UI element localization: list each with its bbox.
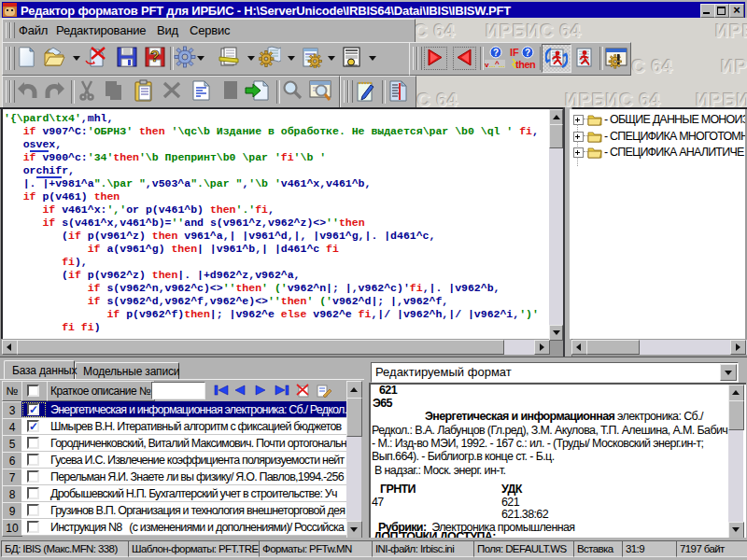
svg-text:?: ? (150, 49, 160, 64)
svg-text:then: then (515, 59, 536, 70)
svg-text:?: ? (493, 48, 499, 58)
svg-text:...: ... (499, 61, 505, 69)
svg-text:IF: IF (510, 47, 519, 58)
svg-text:?: ? (525, 48, 530, 58)
